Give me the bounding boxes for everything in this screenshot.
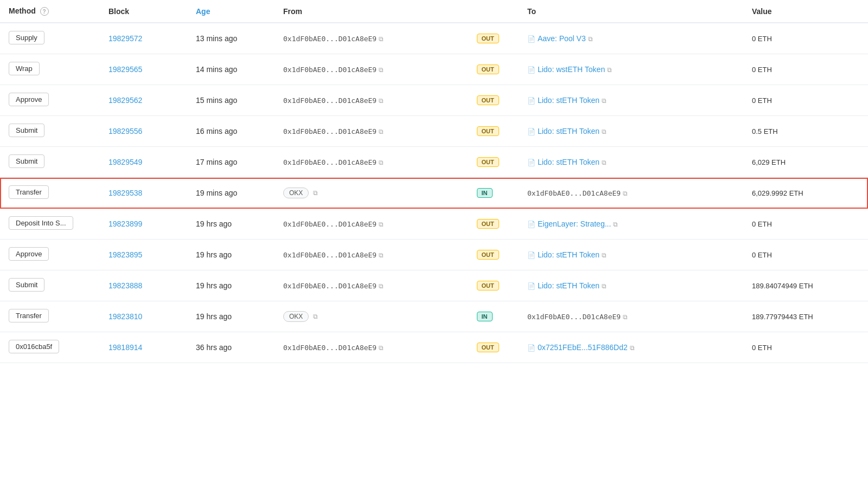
block-cell: 19823888 <box>100 270 187 301</box>
copy-from-icon[interactable]: ⧉ <box>379 35 384 43</box>
to-link[interactable]: Lido: stETH Token <box>538 127 599 135</box>
direction-cell: OUT <box>468 240 519 270</box>
copy-to-icon[interactable]: ⧉ <box>630 344 635 352</box>
method-button[interactable]: Submit <box>9 278 44 292</box>
copy-to-icon[interactable]: ⧉ <box>602 159 607 166</box>
table-row: 0x016cba5f1981891436 hrs ago0x1dF0bAE0..… <box>0 332 868 363</box>
block-link[interactable]: 19823895 <box>108 250 142 259</box>
block-link[interactable]: 19829565 <box>108 65 142 74</box>
from-cell: OKX⧉ <box>275 301 468 332</box>
method-button[interactable]: Wrap <box>9 62 40 75</box>
method-help-icon[interactable]: ? <box>40 7 49 16</box>
table-header-row: Method ? Block Age From To Value <box>0 0 868 23</box>
direction-badge: OUT <box>477 219 499 229</box>
to-link[interactable]: EigenLayer: Strateg... <box>538 219 611 228</box>
copy-to-icon[interactable]: ⧉ <box>613 221 618 228</box>
copy-from-icon[interactable]: ⧉ <box>379 128 384 135</box>
method-button[interactable]: Transfer <box>9 185 49 199</box>
to-link[interactable]: Lido: stETH Token <box>538 158 599 166</box>
copy-to-icon[interactable]: ⧉ <box>607 66 612 74</box>
copy-to-icon[interactable]: ⧉ <box>623 190 628 197</box>
method-button[interactable]: Submit <box>9 154 44 168</box>
method-button[interactable]: Supply <box>9 31 44 44</box>
to-link[interactable]: 0x7251FEbE...51F886Dd2 <box>538 343 628 352</box>
copy-from-icon[interactable]: ⧉ <box>379 282 384 290</box>
method-button[interactable]: Deposit Into S... <box>9 216 73 230</box>
contract-icon: 📄 <box>527 66 535 74</box>
age-cell: 19 mins ago <box>187 178 275 209</box>
direction-column-header <box>468 0 519 23</box>
from-address: 0x1dF0bAE0...D01cA8eE9 <box>283 158 376 166</box>
table-row: Wrap1982956514 mins ago0x1dF0bAE0...D01c… <box>0 54 868 85</box>
copy-to-icon[interactable]: ⧉ <box>602 97 607 105</box>
method-button[interactable]: 0x016cba5f <box>9 340 59 353</box>
copy-from-icon[interactable]: ⧉ <box>379 344 384 352</box>
from-badge[interactable]: OKX <box>283 188 309 198</box>
copy-from-icon[interactable]: ⧉ <box>379 251 384 259</box>
block-link[interactable]: 19823810 <box>108 312 142 321</box>
to-cell: 📄Lido: stETH Token⧉ <box>519 116 743 147</box>
from-address: 0x1dF0bAE0...D01cA8eE9 <box>283 127 376 135</box>
to-link[interactable]: Aave: Pool V3 <box>538 34 586 43</box>
value-text: 0 ETH <box>752 35 772 43</box>
to-link[interactable]: Lido: stETH Token <box>538 96 599 105</box>
value-text: 189.84074949 ETH <box>752 282 813 290</box>
copy-from-icon[interactable]: ⧉ <box>379 97 384 105</box>
method-button[interactable]: Approve <box>9 93 49 106</box>
to-link[interactable]: Lido: wstETH Token <box>538 65 605 74</box>
value-column-header: Value <box>743 0 868 23</box>
direction-badge: OUT <box>477 343 499 352</box>
method-button[interactable]: Transfer <box>9 309 49 322</box>
copy-from-icon[interactable]: ⧉ <box>379 66 384 74</box>
method-button[interactable]: Approve <box>9 247 49 261</box>
from-cell: 0x1dF0bAE0...D01cA8eE9⧉ <box>275 85 468 116</box>
direction-badge: OUT <box>477 250 499 260</box>
direction-cell: OUT <box>468 23 519 54</box>
copy-to-icon[interactable]: ⧉ <box>588 35 593 43</box>
value-cell: 0 ETH <box>743 23 868 54</box>
contract-icon: 📄 <box>527 221 535 228</box>
copy-from-icon[interactable]: ⧉ <box>379 221 384 228</box>
from-address: 0x1dF0bAE0...D01cA8eE9 <box>283 282 376 290</box>
direction-cell: OUT <box>468 147 519 178</box>
copy-to-icon[interactable]: ⧉ <box>602 251 607 259</box>
method-button[interactable]: Submit <box>9 124 44 137</box>
from-cell: 0x1dF0bAE0...D01cA8eE9⧉ <box>275 270 468 301</box>
to-link[interactable]: Lido: stETH Token <box>538 281 599 290</box>
copy-to-icon[interactable]: ⧉ <box>623 313 628 321</box>
to-cell: 📄0x7251FEbE...51F886Dd2⧉ <box>519 332 743 363</box>
to-link[interactable]: Lido: stETH Token <box>538 250 599 259</box>
block-link[interactable]: 19829549 <box>108 158 142 166</box>
copy-from-icon[interactable]: ⧉ <box>313 189 318 197</box>
table-row: Deposit Into S...1982389919 hrs ago0x1dF… <box>0 209 868 240</box>
copy-to-icon[interactable]: ⧉ <box>602 128 607 135</box>
block-cell: 19823810 <box>100 301 187 332</box>
block-link[interactable]: 19818914 <box>108 343 142 352</box>
copy-from-icon[interactable]: ⧉ <box>379 159 384 166</box>
value-cell: 0 ETH <box>743 209 868 240</box>
value-text: 0 ETH <box>752 251 772 259</box>
block-link[interactable]: 19823899 <box>108 219 142 228</box>
method-cell: 0x016cba5f <box>0 332 100 363</box>
block-link[interactable]: 19823888 <box>108 281 142 290</box>
direction-badge: OUT <box>477 95 499 105</box>
copy-from-icon[interactable]: ⧉ <box>313 313 318 320</box>
from-column-header: From <box>275 0 468 23</box>
table-row: Transfer1982381019 hrs agoOKX⧉IN0x1dF0bA… <box>0 301 868 332</box>
age-cell: 19 hrs ago <box>187 240 275 270</box>
copy-to-icon[interactable]: ⧉ <box>602 282 607 290</box>
block-cell: 19829565 <box>100 54 187 85</box>
block-link[interactable]: 19829556 <box>108 127 142 135</box>
from-cell: OKX⧉ <box>275 178 468 209</box>
block-link[interactable]: 19829562 <box>108 96 142 105</box>
age-cell: 15 mins ago <box>187 85 275 116</box>
direction-badge: OUT <box>477 281 499 290</box>
method-cell: Deposit Into S... <box>0 209 100 240</box>
block-link[interactable]: 19829572 <box>108 34 142 43</box>
from-badge[interactable]: OKX <box>283 311 309 322</box>
block-link[interactable]: 19829538 <box>108 189 142 197</box>
direction-badge: OUT <box>477 34 499 43</box>
age-cell: 13 mins ago <box>187 23 275 54</box>
table-row: Submit1982955616 mins ago0x1dF0bAE0...D0… <box>0 116 868 147</box>
method-cell: Wrap <box>0 54 100 85</box>
